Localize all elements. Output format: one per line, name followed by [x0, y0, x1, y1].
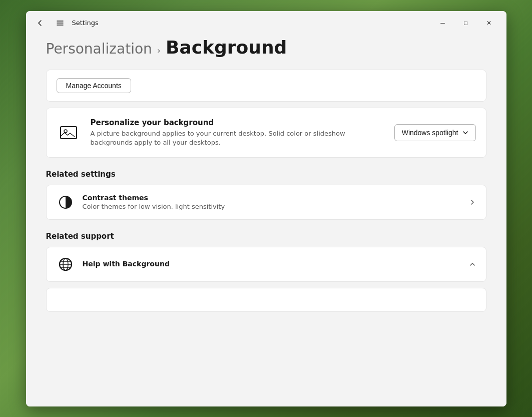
bg-card-description: A picture background applies to your cur…	[91, 129, 384, 147]
personalize-background-card: Personalize your background A picture ba…	[46, 108, 486, 158]
background-icon	[57, 121, 81, 145]
related-support-heading: Related support	[46, 232, 486, 241]
contrast-themes-text: Contrast themes Color themes for low vis…	[83, 194, 461, 210]
back-button[interactable]	[32, 15, 48, 31]
breadcrumb-parent[interactable]: Personalization	[46, 41, 152, 57]
bottom-card-placeholder	[46, 288, 486, 312]
bg-card-title: Personalize your background	[91, 118, 384, 127]
help-chevron-up-icon	[469, 261, 476, 268]
contrast-themes-card[interactable]: Contrast themes Color themes for low vis…	[46, 185, 486, 220]
settings-window: Settings ─ □ ✕ Personalization › Backgro…	[26, 11, 506, 406]
close-button[interactable]: ✕	[477, 15, 500, 31]
background-type-dropdown[interactable]: Windows spotlight	[394, 124, 476, 141]
chevron-down-icon	[462, 130, 468, 136]
breadcrumb-current: Background	[166, 37, 287, 58]
help-background-text: Help with Background	[83, 260, 461, 269]
manage-accounts-card: Manage Accounts	[46, 70, 486, 102]
minimize-button[interactable]: ─	[431, 15, 454, 31]
manage-accounts-button[interactable]: Manage Accounts	[57, 78, 131, 93]
help-background-title: Help with Background	[83, 260, 461, 268]
window-controls: ─ □ ✕	[431, 15, 500, 31]
help-icon	[57, 255, 75, 273]
main-content: Personalization › Background Manage Acco…	[26, 35, 506, 406]
dropdown-value: Windows spotlight	[402, 129, 458, 137]
breadcrumb-separator: ›	[157, 45, 161, 56]
breadcrumb: Personalization › Background	[46, 35, 486, 58]
contrast-icon	[57, 193, 75, 211]
contrast-themes-description: Color themes for low vision, light sensi…	[83, 203, 461, 210]
help-background-card[interactable]: Help with Background	[46, 247, 486, 282]
titlebar: Settings ─ □ ✕	[26, 11, 506, 35]
related-settings-heading: Related settings	[46, 170, 486, 179]
svg-point-1	[64, 130, 67, 133]
svg-rect-0	[61, 127, 77, 139]
contrast-themes-chevron-icon	[469, 199, 476, 206]
titlebar-left: Settings	[32, 15, 431, 31]
maximize-button[interactable]: □	[454, 15, 477, 31]
contrast-themes-title: Contrast themes	[83, 194, 461, 202]
hamburger-menu-button[interactable]	[52, 15, 68, 31]
background-text: Personalize your background A picture ba…	[91, 118, 384, 147]
window-title: Settings	[72, 19, 99, 27]
